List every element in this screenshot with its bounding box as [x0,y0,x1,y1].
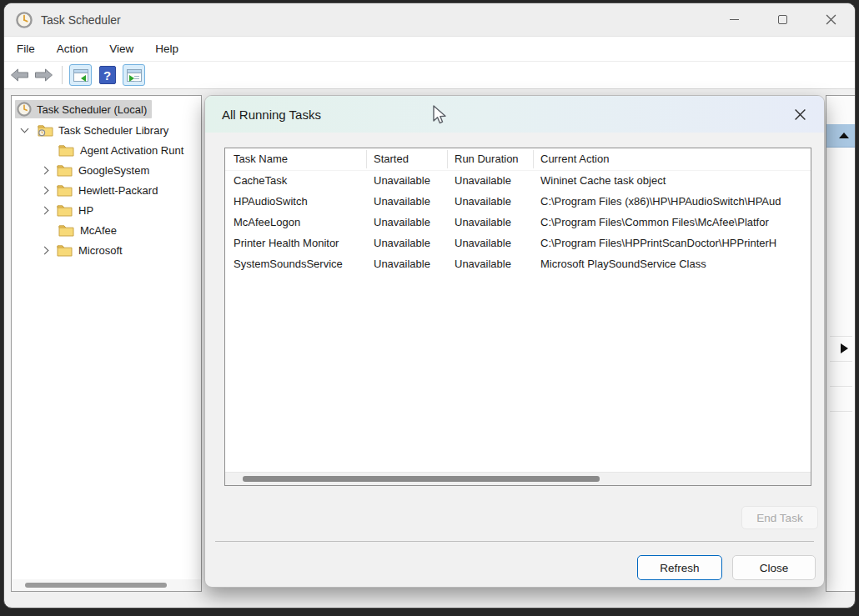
expand-right-icon[interactable] [841,343,848,353]
all-running-tasks-dialog: All Running Tasks Task Name Started Run … [204,95,825,588]
console-tree-panel: Task Scheduler (Local) Task Scheduler Li… [11,95,202,592]
tree-item-folder-3[interactable]: HP [42,200,93,220]
tree-horizontal-scrollbar[interactable] [12,579,201,591]
menu-action[interactable]: Action [57,43,88,55]
cell-started: Unavailable [374,195,447,208]
cell-run-duration: Unavailable [455,195,534,208]
tree-item-folder-5[interactable]: Microsoft [42,240,123,260]
cell-current-action: C:\Program Files\Common Files\McAfee\Pla… [540,216,809,228]
cell-current-action: C:\Program Files\HPPrintScanDoctor\HPPri… [540,237,809,249]
table-row[interactable]: Printer Health Monitor Unavailable Unava… [225,233,811,254]
tree-item-folder-4[interactable]: McAfee [58,220,117,240]
cell-task-name: CacheTask [234,174,365,187]
folder-icon [58,143,74,157]
cell-run-duration: Unavailable [455,258,534,270]
window-titlebar: Task Scheduler [4,3,855,37]
tree-scrollbar-thumb[interactable] [25,583,167,588]
list-header: Task Name Started Run Duration Current A… [225,148,811,171]
tree-item-folder-2[interactable]: Hewlett-Packard [42,180,158,200]
actions-pane [826,95,856,592]
tree-item-task-scheduler-local[interactable]: Task Scheduler (Local) [15,99,152,119]
tree-item-library[interactable]: Task Scheduler Library [22,120,168,140]
forward-arrow-icon[interactable] [33,68,55,83]
table-row[interactable]: CacheTask Unavailable Unavailable Winine… [225,171,811,192]
list-horizontal-scrollbar[interactable] [225,472,811,485]
toolbar: ? [4,62,855,89]
tree-item-label: Task Scheduler Library [58,124,168,137]
cell-run-duration: Unavailable [455,237,534,249]
toolbar-separator [62,66,63,84]
folder-clock-icon [38,123,53,137]
dialog-title: All Running Tasks [222,108,321,122]
close-icon [794,108,806,121]
menu-file[interactable]: File [17,43,35,55]
tree-item-label: Microsoft [78,244,123,257]
cell-task-name: HPAudioSwitch [234,195,365,208]
cell-started: Unavailable [374,258,447,270]
task-scheduler-window: Task Scheduler File Action View Help [3,3,856,608]
show-console-tree-button[interactable] [69,64,92,86]
folder-icon [57,183,73,197]
refresh-button[interactable]: Refresh [637,555,722,580]
chevron-down-icon[interactable] [21,125,29,133]
clock-icon [16,12,33,28]
folder-icon [57,243,73,257]
chevron-right-icon[interactable] [41,186,49,194]
minimize-button[interactable] [710,3,758,36]
tree-item-label: GoogleSystem [78,164,149,177]
close-icon [826,14,836,25]
tree-item-folder-1[interactable]: GoogleSystem [42,160,149,180]
tree-item-label: McAfee [80,224,117,237]
column-header-run-duration[interactable]: Run Duration [455,153,519,165]
cell-run-duration: Unavailable [455,174,534,187]
chevron-right-icon[interactable] [41,166,49,174]
cell-started: Unavailable [374,237,447,249]
folder-icon [57,203,73,217]
column-header-task-name[interactable]: Task Name [234,153,288,165]
end-task-button[interactable]: End Task [741,506,818,529]
chevron-right-icon[interactable] [41,246,49,254]
cell-task-name: McAfeeLogon [234,216,365,228]
actions-pane-header[interactable] [826,124,856,148]
table-row[interactable]: McAfeeLogon Unavailable Unavailable C:\P… [225,213,811,233]
cell-current-action: Wininet Cache task object [540,174,809,187]
minimize-icon [730,19,739,20]
cell-current-action: C:\Program Files (x86)\HP\HPAudioSwitch\… [540,195,809,208]
cell-run-duration: Unavailable [455,216,534,228]
help-button[interactable]: ? [96,64,118,86]
close-button[interactable] [806,3,855,36]
cell-started: Unavailable [374,216,447,228]
folder-icon [58,223,74,237]
menu-bar: File Action View Help [4,37,855,62]
cell-started: Unavailable [374,174,447,187]
dialog-separator [215,541,814,542]
mouse-cursor [430,105,449,127]
tree-item-folder-0[interactable]: Agent Activation Runt [58,140,183,160]
tree-item-label: Task Scheduler (Local) [37,103,147,116]
dialog-close-footer-button[interactable]: Close [732,555,816,580]
column-header-current-action[interactable]: Current Action [540,153,609,165]
help-icon: ? [99,66,116,84]
dialog-titlebar: All Running Tasks [205,96,824,133]
selected-tree-item: Task Scheduler (Local) [15,100,152,118]
tree-item-label: Hewlett-Packard [78,184,158,197]
list-scrollbar-thumb[interactable] [243,476,600,482]
maximize-button[interactable] [758,3,806,36]
folder-icon [57,163,73,177]
tree-item-label: HP [78,204,93,217]
running-tasks-list[interactable]: Task Name Started Run Duration Current A… [224,148,811,486]
dialog-close-button[interactable] [789,103,811,125]
console-tree-icon [73,69,88,82]
column-header-started[interactable]: Started [374,153,409,165]
show-action-pane-button[interactable] [123,64,145,86]
cell-task-name: SystemSoundsService [234,258,365,270]
collapse-up-icon [839,133,849,138]
back-arrow-icon[interactable] [8,68,31,83]
menu-help[interactable]: Help [155,43,178,55]
menu-view[interactable]: View [109,43,133,55]
table-row[interactable]: SystemSoundsService Unavailable Unavaila… [225,254,811,275]
table-row[interactable]: HPAudioSwitch Unavailable Unavailable C:… [225,192,811,213]
chevron-right-icon[interactable] [41,206,49,214]
clock-icon [17,102,32,117]
action-pane-icon [127,69,142,82]
